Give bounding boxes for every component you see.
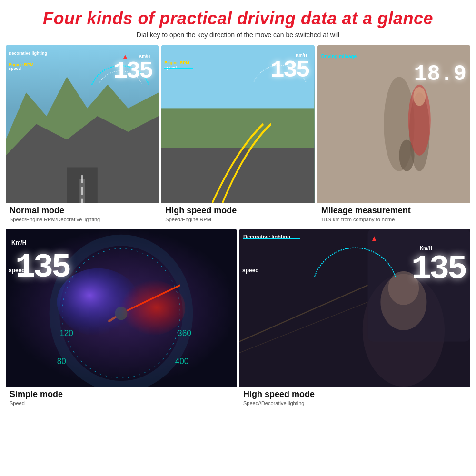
high-speed-desc: Speed/Engine RPM — [165, 217, 310, 222]
speed-label-3: speed — [242, 267, 259, 274]
card-simple-mode: 80 120 360 400 — [6, 229, 237, 410]
card-mileage-image: Driving mileage 18.9 — [317, 45, 470, 203]
card-high2-info: High speed mode Speed//Decorative lighti… — [239, 387, 470, 410]
card-high-speed-2: Decorative lighting Km/H 135 speed High … — [239, 229, 470, 410]
speed-display: 135 — [113, 58, 152, 85]
simple-speed-label: Km/H — [11, 239, 26, 246]
high-speed-label: High speed mode — [165, 206, 310, 216]
card-normal-mode: Km/H 135 Decorative lighting Engine RPM … — [6, 45, 159, 226]
card-interior-image: Decorative lighting Km/H 135 speed — [239, 229, 470, 387]
high-speed-2-desc: Speed//Decorative lighting — [243, 400, 466, 406]
card-high-info: High speed mode Speed/Engine RPM — [161, 203, 314, 226]
hud-interior: Decorative lighting Km/H 135 speed — [239, 229, 470, 387]
main-container: Four kinds of practical driving data at … — [0, 0, 476, 476]
simple-mode-label: Simple mode — [10, 389, 233, 399]
bottom-grid: 80 120 360 400 — [6, 229, 470, 410]
driving-mileage-label: Driving mileage — [321, 54, 357, 59]
speed-label: speed — [9, 66, 21, 71]
top-grid: Km/H 135 Decorative lighting Engine RPM … — [6, 45, 470, 226]
card-mileage-info: Mileage measurement 18.9 km from company… — [317, 203, 470, 226]
deco-line1 — [9, 55, 47, 55]
normal-mode-desc: Speed/Engine RPM/Decorative lighting — [10, 217, 155, 222]
hud-simple: Km/H 135 speed — [6, 229, 237, 387]
subtitle: Dial key to open the key direction of th… — [6, 31, 470, 39]
card-normal-info: Normal mode Speed/Engine RPM/Decorative … — [6, 203, 159, 226]
mileage-desc: 18.9 km from company to home — [321, 217, 466, 222]
hud-high: Km/H 135 Engine RPM speed — [161, 45, 314, 203]
card-simple-info: Simple mode Speed — [6, 387, 237, 410]
high-speed-2-label: High speed mode — [243, 389, 466, 399]
speed-display-2: 135 — [270, 57, 309, 84]
normal-mode-label: Normal mode — [10, 206, 155, 216]
card-high-speed-image: Km/H 135 Engine RPM speed — [161, 45, 314, 203]
mileage-display: 18.9 — [414, 62, 466, 87]
card-simple-image: 80 120 360 400 — [6, 229, 237, 387]
speed-label-2: speed — [164, 65, 177, 70]
main-title: Four kinds of practical driving data at … — [6, 9, 470, 28]
deco-line2 — [243, 238, 300, 239]
speed-display-3: 135 — [411, 250, 466, 288]
speed-line-2 — [164, 68, 193, 69]
speed-line — [9, 69, 37, 69]
header-section: Four kinds of practical driving data at … — [6, 5, 470, 45]
svg-marker-37 — [372, 236, 376, 241]
rpm-label-2: Engine RPM — [164, 60, 189, 65]
mileage-label: Mileage measurement — [321, 206, 466, 216]
simple-label: speed — [9, 267, 25, 274]
speed-line-3 — [242, 272, 280, 272]
card-normal-image: Km/H 135 Decorative lighting Engine RPM … — [6, 45, 159, 203]
simple-mode-desc: Speed — [10, 400, 233, 406]
hud-mileage: Driving mileage 18.9 — [317, 45, 470, 203]
card-mileage: Driving mileage 18.9 Mileage measurement… — [317, 45, 470, 226]
hud-normal: Km/H 135 Decorative lighting Engine RPM … — [6, 45, 159, 203]
card-high-speed-1: Km/H 135 Engine RPM speed High speed mod… — [161, 45, 314, 226]
